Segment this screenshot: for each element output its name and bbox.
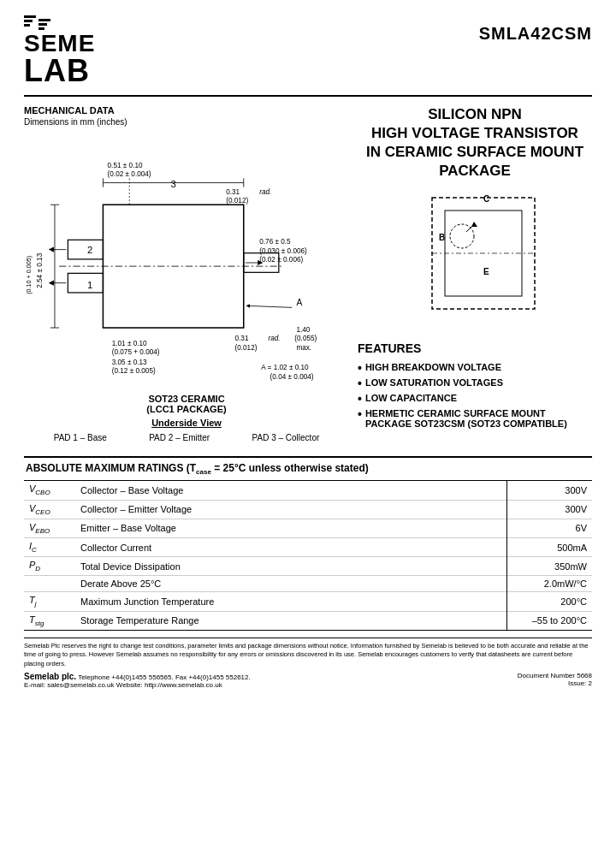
svg-text:E: E bbox=[483, 267, 489, 276]
desc-tj: Maximum Junction Temperature bbox=[75, 592, 506, 611]
svg-text:3: 3 bbox=[170, 179, 175, 189]
svg-text:(0.030 ± 0.006): (0.030 ± 0.006) bbox=[259, 247, 307, 255]
main-content: MECHANICAL DATA Dimensions in mm (inches… bbox=[24, 105, 592, 442]
title-line3: IN CERAMIC SURFACE MOUNT bbox=[366, 144, 583, 160]
title-line2: HIGH VOLTAGE TRANSISTOR bbox=[371, 125, 578, 141]
svg-text:rad.: rad. bbox=[269, 335, 281, 342]
desc-derate: Derate Above 25°C bbox=[75, 576, 506, 592]
desc-pd: Total Device Dissipation bbox=[75, 557, 506, 576]
pad1-label: PAD 1 – Base bbox=[54, 433, 107, 442]
table-row: Derate Above 25°C 2.0mW/°C bbox=[24, 576, 592, 592]
svg-text:1: 1 bbox=[87, 280, 92, 290]
footer-document: Document Number 5668 bbox=[518, 672, 592, 679]
svg-text:1.40: 1.40 bbox=[296, 326, 310, 334]
symbol-tstg: Tstg bbox=[24, 611, 75, 630]
ceramic-diagram-svg: C B E bbox=[398, 189, 552, 326]
ratings-table: VCBO Collector – Base Voltage 300V VCEO … bbox=[24, 480, 592, 630]
footer-doc-info: Document Number 5668 Issue: 2 bbox=[518, 672, 592, 687]
footer-email-label: E-mail: bbox=[24, 681, 45, 689]
package-sublabel: (LCC1 PACKAGE) bbox=[24, 404, 349, 414]
value-tstg: –55 to 200°C bbox=[506, 611, 592, 630]
svg-text:A: A bbox=[296, 298, 302, 307]
symbol-vebo: VEBO bbox=[24, 519, 75, 537]
svg-text:rad.: rad. bbox=[259, 188, 271, 196]
symbol-pd: PD bbox=[24, 557, 75, 576]
value-vebo: 6V bbox=[506, 519, 592, 537]
svg-text:C: C bbox=[483, 194, 489, 204]
logo-lines-icon bbox=[24, 15, 50, 30]
ratings-section: ABSOLUTE MAXIMUM RATINGS (Tcase = 25°C u… bbox=[24, 456, 592, 631]
svg-marker-43 bbox=[49, 281, 54, 286]
table-row: VCEO Collector – Emitter Voltage 300V bbox=[24, 500, 592, 519]
svg-text:(0.02 ± 0.004): (0.02 ± 0.004) bbox=[108, 170, 151, 178]
svg-text:0.51 ± 0.10: 0.51 ± 0.10 bbox=[108, 162, 143, 169]
table-row: Tj Maximum Junction Temperature 200°C bbox=[24, 592, 592, 611]
desc-vebo: Emitter – Base Voltage bbox=[75, 519, 506, 537]
top-view-diagram: C B E bbox=[358, 189, 592, 326]
symbol-vcbo: VCBO bbox=[24, 481, 75, 500]
desc-ic: Collector Current bbox=[75, 537, 506, 556]
desc-vceo: Collector – Emitter Voltage bbox=[75, 500, 506, 519]
product-title: SILICON NPN HIGH VOLTAGE TRANSISTOR IN C… bbox=[358, 105, 592, 181]
logo-lab: LAB bbox=[24, 56, 90, 86]
symbol-ic: IC bbox=[24, 537, 75, 556]
pad-labels: PAD 1 – Base PAD 2 – Emitter PAD 3 – Col… bbox=[24, 433, 349, 442]
svg-text:(0.012): (0.012) bbox=[226, 197, 248, 205]
diagram-area: 2 1 3 2.54 ± 0.13 (0.10 + 0.005) bbox=[24, 133, 349, 390]
svg-text:A =   1.02 ± 0.10: A = 1.02 ± 0.10 bbox=[261, 364, 309, 371]
header: SEME LAB SMLA42CSM bbox=[24, 15, 592, 97]
svg-text:2.54 ± 0.13: 2.54 ± 0.13 bbox=[36, 252, 44, 288]
svg-marker-41 bbox=[49, 247, 54, 252]
svg-text:(0.12 ± 0.005): (0.12 ± 0.005) bbox=[112, 367, 156, 375]
left-section: MECHANICAL DATA Dimensions in mm (inches… bbox=[24, 105, 349, 442]
footer-website-link[interactable]: http://www.semelab.co.uk bbox=[145, 681, 222, 689]
footer-bar: Semelab plc. Telephone +44(0)1455 556565… bbox=[24, 672, 592, 689]
mech-title: MECHANICAL DATA bbox=[24, 105, 349, 116]
svg-text:(0.04 ± 0.004): (0.04 ± 0.004) bbox=[270, 373, 314, 381]
package-diagram-svg: 2 1 3 2.54 ± 0.13 (0.10 + 0.005) bbox=[24, 133, 349, 390]
footer-website-label: Website: bbox=[116, 681, 143, 689]
features-section: FEATURES HIGH BREAKDOWN VOLTAGE LOW SATU… bbox=[358, 341, 592, 430]
footer-issue: Issue: 2 bbox=[518, 679, 592, 687]
value-derate: 2.0mW/°C bbox=[506, 576, 592, 592]
table-row: PD Total Device Dissipation 350mW bbox=[24, 557, 592, 576]
pad2-label: PAD 2 – Emitter bbox=[149, 433, 210, 442]
svg-text:(0.02 ± 0.006): (0.02 ± 0.006) bbox=[259, 256, 303, 264]
footer-email-link[interactable]: sales@semelab.co.uk bbox=[47, 681, 114, 689]
footer-contact: Semelab plc. Telephone +44(0)1455 556565… bbox=[24, 672, 518, 689]
svg-rect-2 bbox=[68, 273, 103, 293]
svg-rect-1 bbox=[68, 240, 103, 259]
desc-vcbo: Collector – Base Voltage bbox=[75, 481, 506, 500]
ratings-header: ABSOLUTE MAXIMUM RATINGS (Tcase = 25°C u… bbox=[24, 458, 592, 480]
logo-area: SEME LAB bbox=[24, 15, 95, 86]
svg-text:(0.075 + 0.004): (0.075 + 0.004) bbox=[112, 348, 160, 356]
svg-text:0.76 ± 0.5: 0.76 ± 0.5 bbox=[259, 238, 291, 246]
right-section: SILICON NPN HIGH VOLTAGE TRANSISTOR IN C… bbox=[358, 105, 592, 442]
ratings-title: ABSOLUTE MAXIMUM RATINGS bbox=[26, 462, 183, 474]
value-pd: 350mW bbox=[506, 557, 592, 576]
svg-text:(0.10 + 0.005): (0.10 + 0.005) bbox=[26, 256, 33, 294]
symbol-derate bbox=[24, 576, 75, 592]
svg-text:B: B bbox=[439, 233, 445, 242]
package-label: SOT23 CERAMIC bbox=[24, 394, 349, 404]
svg-text:0.31: 0.31 bbox=[234, 335, 248, 342]
table-row: IC Collector Current 500mA bbox=[24, 537, 592, 556]
svg-marker-50 bbox=[471, 222, 477, 227]
title-line4: PACKAGE bbox=[439, 163, 511, 179]
footer-notice: Semelab Plc reserves the right to change… bbox=[24, 638, 592, 669]
svg-text:0.31: 0.31 bbox=[226, 188, 240, 196]
footer-telephone: Telephone +44(0)1455 556565. bbox=[78, 673, 173, 681]
features-title: FEATURES bbox=[358, 341, 592, 355]
desc-tstg: Storage Temperature Range bbox=[75, 611, 506, 630]
svg-text:(0.012): (0.012) bbox=[234, 344, 257, 352]
svg-text:3.05 ± 0.13: 3.05 ± 0.13 bbox=[112, 359, 147, 366]
footer-notice-text: Semelab Plc reserves the right to change… bbox=[24, 642, 589, 667]
footer-fax: Fax +44(0)1455 552612. bbox=[175, 673, 251, 681]
symbol-tj: Tj bbox=[24, 592, 75, 611]
feature-item-3: LOW CAPACITANCE bbox=[358, 391, 592, 406]
svg-text:(0.055): (0.055) bbox=[294, 335, 317, 342]
part-number: SMLA42CSM bbox=[479, 24, 592, 44]
svg-text:2: 2 bbox=[87, 245, 92, 255]
svg-line-30 bbox=[248, 305, 292, 307]
table-row: VCBO Collector – Base Voltage 300V bbox=[24, 481, 592, 500]
